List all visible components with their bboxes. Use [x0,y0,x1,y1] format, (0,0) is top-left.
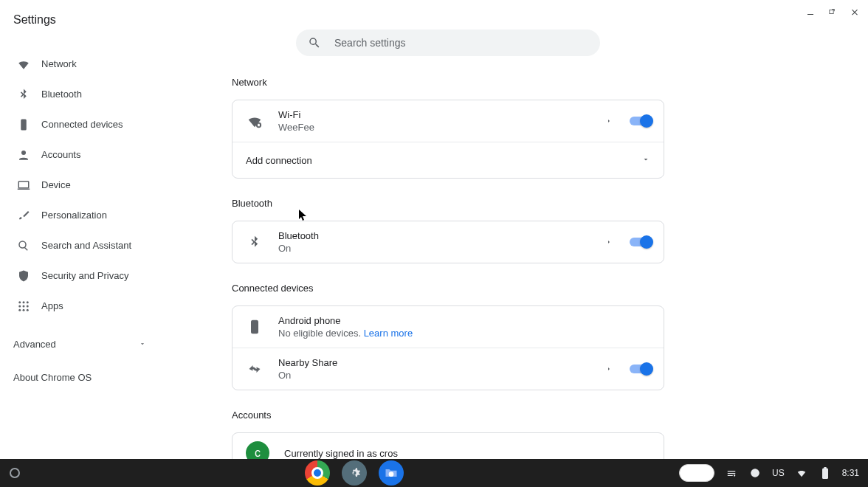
nav-list: Network Bluetooth Connected devices Acco… [13,49,192,321]
gear-icon [347,466,362,480]
connected-devices-card: Android phone No eligible devices. Learn… [232,305,664,390]
shelf-app-files[interactable] [379,460,404,486]
minimize-button[interactable] [805,6,816,18]
shelf-app-settings[interactable] [342,460,367,486]
sidebar-item-apps[interactable]: Apps [13,291,192,321]
svg-point-10 [18,305,21,307]
sidebar-item-label: Connected devices [41,119,123,130]
sidebar-item-label: Bluetooth [41,89,82,100]
launcher-icon [10,468,20,478]
svg-rect-23 [822,469,828,479]
nearby-share-label: Nearby Share [278,357,606,368]
nearby-share-toggle[interactable] [630,365,650,373]
advanced-label: Advanced [13,339,56,350]
sidebar-item-label: Network [41,58,77,69]
close-button[interactable] [849,6,861,18]
battery-status-icon [819,467,832,479]
chevron-down-icon [641,153,650,167]
sidebar-item-connected-devices[interactable]: Connected devices [13,109,192,139]
avatar: c [246,441,269,459]
bluetooth-icon [16,87,31,102]
shield-icon [16,269,31,283]
network-card: Wi-Fi WeeFee Add connection [232,100,664,179]
svg-point-8 [23,301,25,303]
signed-in-label: Currently signed in as cros [284,448,650,459]
learn-more-link[interactable]: Learn more [364,328,413,339]
connected-devices-section: Connected devices Android phone No eligi… [232,283,664,390]
main-content: Network Wi-Fi WeeFee Add connection [232,28,664,459]
sidebar: Settings Network Bluetooth Connected dev… [0,0,192,459]
clock[interactable]: 8:31 [842,468,859,478]
svg-point-5 [19,241,26,248]
android-phone-label: Android phone [278,315,650,326]
chevron-right-icon [606,365,612,373]
wifi-icon [246,112,264,130]
svg-rect-4 [18,188,30,190]
current-account-row[interactable]: c Currently signed in as cros [232,433,664,459]
svg-point-13 [18,308,21,311]
sidebar-item-label: Search and Assistant [41,240,131,251]
svg-point-9 [27,301,29,303]
apps-icon [16,299,31,314]
nearby-share-row[interactable]: Nearby Share On [232,348,664,390]
maximize-icon [828,7,837,16]
status-pill[interactable] [679,464,714,482]
shelf-app-chrome[interactable] [305,460,330,486]
music-icon[interactable] [725,468,738,478]
sidebar-item-search-assistant[interactable]: Search and Assistant [13,230,192,260]
maximize-button[interactable] [827,6,838,18]
sidebar-item-label: Device [41,179,71,190]
android-phone-row[interactable]: Android phone No eligible devices. Learn… [232,306,664,348]
close-icon [850,7,859,16]
wifi-label: Wi-Fi [278,109,606,120]
svg-point-14 [23,308,25,311]
svg-rect-17 [258,124,260,127]
nearby-share-status: On [278,370,606,381]
svg-point-20 [734,474,735,476]
ime-indicator[interactable]: US [772,468,785,478]
bluetooth-row[interactable]: Bluetooth On [232,221,664,263]
svg-rect-18 [252,321,258,334]
sidebar-item-personalization[interactable]: Personalization [13,200,192,230]
svg-point-11 [23,305,25,307]
person-icon [16,148,31,162]
shelf-apps [30,460,679,486]
accounts-section: Accounts c Currently signed in as cros [232,410,664,459]
wifi-row[interactable]: Wi-Fi WeeFee [232,100,664,142]
android-phone-sub: No eligible devices. Learn more [278,328,650,339]
sidebar-item-advanced[interactable]: Advanced [13,339,146,350]
bluetooth-section: Bluetooth Bluetooth On [232,198,664,263]
svg-rect-1 [21,119,27,130]
sidebar-item-accounts[interactable]: Accounts [13,139,192,170]
wifi-icon [16,57,31,72]
sidebar-item-about[interactable]: About Chrome OS [13,372,192,383]
minimize-icon [806,7,815,16]
svg-point-15 [27,308,29,311]
network-section: Network Wi-Fi WeeFee Add connection [232,77,664,179]
sidebar-item-bluetooth[interactable]: Bluetooth [13,79,192,109]
add-connection-row[interactable]: Add connection [232,142,664,178]
brush-icon [16,208,31,223]
add-connection-label: Add connection [246,155,641,166]
wifi-toggle[interactable] [630,117,650,125]
search-icon [16,238,31,253]
sidebar-item-network[interactable]: Network [13,49,192,79]
chevron-down-icon [139,339,146,350]
bluetooth-toggle[interactable] [630,238,650,246]
window-controls-group [805,6,861,18]
wifi-name: WeeFee [278,122,606,133]
sidebar-item-security-privacy[interactable]: Security and Privacy [13,260,192,291]
chevron-right-icon [606,238,612,246]
launcher-button[interactable] [0,468,30,478]
shelf: US 8:31 [0,459,868,487]
status-area[interactable]: US 8:31 [679,464,868,482]
accounts-card: c Currently signed in as cros [232,432,664,459]
svg-point-2 [21,151,26,155]
sidebar-item-device[interactable]: Device [13,170,192,200]
section-title-connected: Connected devices [232,283,664,294]
svg-rect-3 [18,181,29,187]
do-not-disturb-icon[interactable] [748,468,762,478]
bluetooth-label: Bluetooth [278,230,606,241]
sidebar-item-label: Apps [41,300,63,311]
bluetooth-icon [246,233,264,251]
